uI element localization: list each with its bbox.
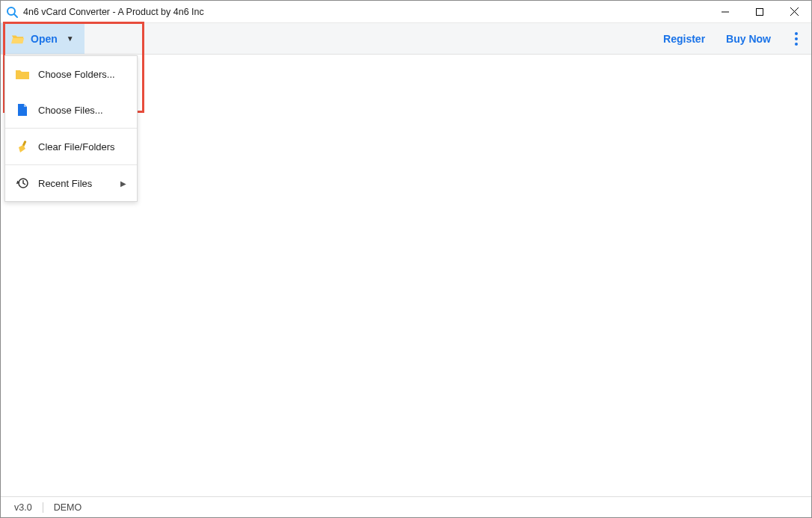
toolbar-spacer [84, 23, 653, 54]
history-icon [16, 176, 29, 190]
choose-folders-item[interactable]: Choose Folders... [5, 56, 137, 92]
status-separator [43, 502, 43, 513]
toolbar: Open ▼ Register Buy Now [1, 23, 811, 55]
app-icon [5, 5, 19, 19]
window-controls [708, 1, 811, 22]
svg-line-1 [14, 14, 17, 17]
recent-files-item[interactable]: Recent Files ▶ [5, 165, 137, 201]
maximize-button[interactable] [742, 1, 777, 22]
recent-files-label: Recent Files [38, 178, 92, 189]
folder-icon [16, 67, 29, 81]
status-bar: v3.0 DEMO [1, 496, 811, 517]
open-button[interactable]: Open ▼ [1, 23, 84, 54]
chevron-down-icon: ▼ [67, 34, 74, 43]
window-title: 4n6 vCard Converter - A Product by 4n6 I… [23, 7, 204, 17]
version-label: v3.0 [14, 502, 32, 513]
open-dropdown: Choose Folders... Choose Files... Clear … [4, 55, 138, 202]
kebab-icon [795, 32, 798, 46]
close-button[interactable] [777, 1, 811, 22]
choose-folders-label: Choose Folders... [38, 69, 115, 80]
choose-files-item[interactable]: Choose Files... [5, 92, 137, 128]
broom-icon [16, 140, 29, 153]
svg-rect-3 [757, 8, 763, 15]
open-label: Open [31, 33, 58, 45]
buy-now-button[interactable]: Buy Now [716, 23, 781, 54]
clear-label: Clear File/Folders [38, 141, 115, 152]
more-button[interactable] [781, 23, 811, 54]
choose-files-label: Choose Files... [38, 105, 103, 116]
app-window: 4n6 vCard Converter - A Product by 4n6 I… [0, 0, 812, 518]
minimize-button[interactable] [708, 1, 742, 22]
title-bar: 4n6 vCard Converter - A Product by 4n6 I… [1, 1, 811, 23]
chevron-right-icon: ▶ [120, 179, 126, 188]
folder-open-icon [11, 32, 25, 46]
mode-label: DEMO [54, 502, 82, 513]
clear-item[interactable]: Clear File/Folders [5, 129, 137, 164]
register-button[interactable]: Register [653, 23, 716, 54]
file-icon [16, 103, 29, 117]
